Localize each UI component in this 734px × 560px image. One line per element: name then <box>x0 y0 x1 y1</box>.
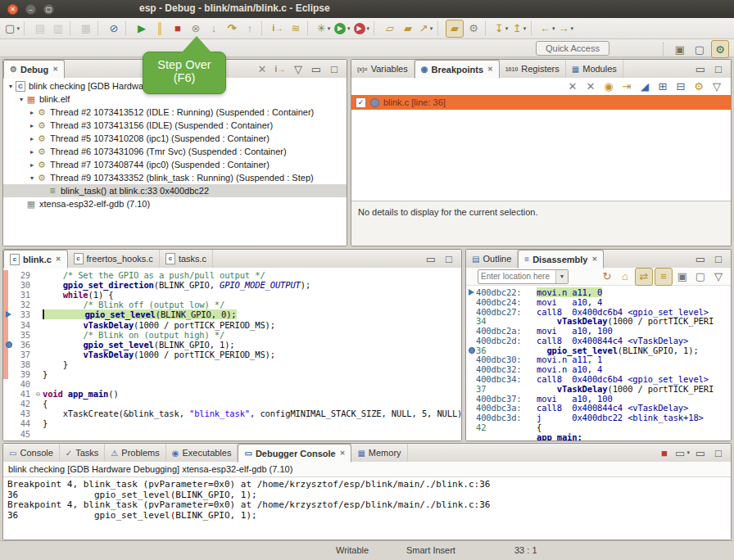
resume-button[interactable]: ▶ <box>134 20 150 37</box>
previous-annotation-button[interactable]: ↥▾ <box>511 20 528 37</box>
display-selected-console-dropdown-icon[interactable]: ▾ <box>686 449 690 456</box>
annotation-gutter[interactable] <box>3 359 14 369</box>
show-source-button[interactable]: ≡ <box>655 268 673 286</box>
debug-tree-row[interactable]: ▸Thread #5 1073410208 (ipc1) (Suspended … <box>3 132 347 145</box>
minimize-button[interactable]: ▭ <box>692 251 709 266</box>
instruction-stepping-button[interactable]: i→ <box>270 20 286 37</box>
fold-collapse-icon[interactable]: ⊖ <box>34 390 43 398</box>
open-project-button[interactable]: ▰ <box>400 20 416 37</box>
tab-breakpoints[interactable]: ◉Breakpoints✕ <box>415 60 500 79</box>
tab-blink-c[interactable]: cblink.c✕ <box>3 250 68 269</box>
breakpoint-checkbox[interactable]: ✓ <box>356 97 366 108</box>
debug-button[interactable]: ✳▾ <box>315 20 332 37</box>
previous-annotation-dropdown-icon[interactable]: ▾ <box>523 25 527 32</box>
next-annotation-button[interactable]: ↧▾ <box>493 20 510 37</box>
use-step-filters-button[interactable]: ≋ <box>288 20 304 37</box>
next-annotation-dropdown-icon[interactable]: ▾ <box>505 25 509 32</box>
group-by-button[interactable]: ⚙ <box>691 79 707 95</box>
tab-tasks[interactable]: ✓Tasks <box>60 444 106 462</box>
maximize-button[interactable]: □ <box>710 445 727 460</box>
expand-all-button[interactable]: ⊞ <box>655 79 671 95</box>
expand-icon[interactable]: ▸ <box>28 135 36 142</box>
annotation-gutter[interactable] <box>3 280 14 290</box>
debug-dropdown-icon[interactable]: ▾ <box>328 25 331 32</box>
new-dropdown-icon[interactable]: ▾ <box>16 25 20 32</box>
remove-breakpoint-button[interactable]: ✕ <box>564 79 581 95</box>
debug-tree-row[interactable]: ▸Thread #3 1073413156 (IDLE) (Suspended … <box>3 119 347 132</box>
close-tab-icon[interactable]: ✕ <box>56 255 61 263</box>
close-tab-icon[interactable]: ✕ <box>52 65 58 73</box>
annotation-gutter[interactable] <box>3 369 14 379</box>
disassembly-listing[interactable]: 400dbc22: movi.n a11, 0400dbc24: movi a1… <box>466 286 731 440</box>
collapse-icon[interactable]: ▾ <box>28 174 36 182</box>
debug-tree-row[interactable]: ▸Thread #6 1073431096 (Tmr Svc) (Suspend… <box>3 145 347 158</box>
external-tools-dropdown-icon[interactable]: ▾ <box>367 25 370 32</box>
collapse-icon[interactable]: ▾ <box>7 83 15 90</box>
disconnect-button[interactable]: ⊗ <box>188 20 204 37</box>
tab-console[interactable]: ▭Console <box>3 444 60 462</box>
skip-all-breakpoints-button[interactable]: ⊘ <box>106 20 122 37</box>
tab-tasks-c[interactable]: ctasks.c <box>160 250 213 268</box>
flash-launch-button[interactable]: ↗▾ <box>418 20 434 37</box>
goto-file-for-breakpoint-button[interactable]: ⇥ <box>618 79 635 95</box>
breakpoint-dot-icon[interactable] <box>6 341 12 348</box>
close-tab-icon[interactable]: ✕ <box>340 449 346 457</box>
pin-view-button[interactable]: ▢ <box>692 269 709 285</box>
expand-icon[interactable]: ▸ <box>28 122 36 129</box>
tab-executables[interactable]: ◉Executables <box>166 444 238 462</box>
select-breakpoint-button[interactable]: ◢ <box>637 79 653 95</box>
forward-history-dropdown-icon[interactable]: ▾ <box>571 25 574 32</box>
build-button[interactable]: ▦ <box>78 20 94 37</box>
expand-icon[interactable]: ▸ <box>28 161 36 169</box>
annotation-gutter[interactable] <box>3 330 14 340</box>
tab-modules[interactable]: ▦Modules <box>566 60 623 78</box>
quick-access-button[interactable]: Quick Access <box>536 41 609 56</box>
save-all-button[interactable]: ▥ <box>50 20 66 37</box>
close-tab-icon[interactable]: ✕ <box>591 255 597 263</box>
annotation-gutter[interactable] <box>3 300 14 309</box>
run-button[interactable]: ▶▾ <box>333 20 351 37</box>
remove-all-breakpoints-button[interactable]: ✕ <box>582 79 599 95</box>
annotation-gutter[interactable] <box>3 389 14 399</box>
annotation-gutter[interactable] <box>3 319 14 329</box>
minimize-button[interactable]: – <box>25 4 36 15</box>
back-history-dropdown-icon[interactable]: ▾ <box>552 25 555 32</box>
maximize-button[interactable]: □ <box>710 251 727 266</box>
breakpoint-list-item[interactable]: ✓ blink.c [line: 36] <box>351 95 731 110</box>
expand-icon[interactable]: ▸ <box>28 148 36 156</box>
show-breakpoints-for-selected-button[interactable]: ◉ <box>600 79 617 95</box>
flash-launch-dropdown-icon[interactable]: ▾ <box>430 25 433 32</box>
track-expression-button[interactable]: ⇄ <box>635 268 653 286</box>
location-input[interactable] <box>478 272 555 281</box>
breakpoint-gutter[interactable] <box>3 340 14 350</box>
annotation-gutter[interactable] <box>3 379 14 389</box>
tab-registers[interactable]: 1010Registers <box>500 60 566 78</box>
maximize-button[interactable]: □ <box>710 61 727 76</box>
instruction-stepping-mode-button[interactable]: i→ <box>272 61 288 76</box>
new-project-button[interactable]: ▱ <box>382 20 398 37</box>
annotation-gutter[interactable] <box>3 399 14 409</box>
tab-freertos-hooks-c[interactable]: cfreertos_hooks.c <box>68 250 160 268</box>
open-new-view-button[interactable]: ▣ <box>674 269 691 285</box>
open-perspective-button[interactable]: ▣ <box>672 41 688 57</box>
pin-console-button[interactable]: ▰ <box>446 20 464 38</box>
close-tab-icon[interactable]: ✕ <box>487 65 493 73</box>
annotation-gutter[interactable] <box>3 270 14 280</box>
instruction-pointer-gutter[interactable] <box>3 309 14 319</box>
save-button[interactable]: ▤ <box>32 20 48 37</box>
console-output[interactable]: Breakpoint 4, blink_task (pvParameter=0x… <box>3 477 731 540</box>
minimize-button[interactable]: ▭ <box>423 251 439 266</box>
tab-debugger-console[interactable]: ▭Debugger Console✕ <box>238 444 351 463</box>
run-dropdown-icon[interactable]: ▾ <box>347 25 351 32</box>
minimize-button[interactable]: ▭ <box>692 61 709 76</box>
new-button[interactable]: ▢▾ <box>4 20 20 37</box>
debug-tree-row[interactable]: ▸Thread #7 1073408744 (ipc0) (Suspended … <box>3 158 347 171</box>
annotation-gutter[interactable] <box>3 409 14 418</box>
view-menu-button[interactable]: ▽ <box>710 269 727 285</box>
tab-problems[interactable]: ⚠Problems <box>105 444 165 462</box>
terminate-button[interactable]: ■ <box>170 20 186 37</box>
annotation-gutter[interactable] <box>3 350 14 359</box>
step-into-button[interactable]: ↓ <box>206 20 222 37</box>
debug-tree-row-selected[interactable]: blink_task() at blink.c:33 0x400dbc22 <box>3 184 347 197</box>
tab-outline[interactable]: ▤Outline <box>466 250 518 268</box>
